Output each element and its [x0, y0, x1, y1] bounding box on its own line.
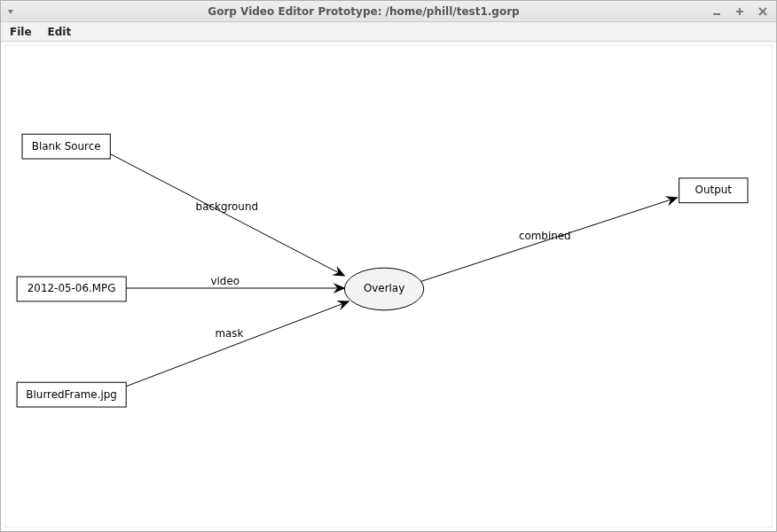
node-label: Overlay — [364, 282, 404, 294]
node-overlay[interactable]: Overlay — [344, 268, 423, 310]
edge-background[interactable]: background — [109, 153, 344, 276]
node-blurred[interactable]: BlurredFrame.jpg — [17, 382, 126, 407]
menu-edit[interactable]: Edit — [44, 24, 75, 40]
svg-line-8 — [118, 301, 349, 389]
edge-combined[interactable]: combined — [420, 198, 678, 282]
menu-file[interactable]: File — [6, 24, 35, 40]
menubar: File Edit — [1, 22, 776, 42]
edge-mask[interactable]: mask — [118, 301, 349, 389]
edge-label-background: background — [196, 200, 258, 213]
node-mpg-source[interactable]: 2012-05-06.MPG — [17, 277, 126, 301]
close-icon[interactable] — [758, 7, 767, 16]
node-blank-source[interactable]: Blank Source — [22, 134, 110, 159]
edge-label-mask: mask — [215, 327, 243, 340]
minimize-icon[interactable] — [712, 7, 721, 16]
app-window: Gorp Video Editor Prototype: /home/phill… — [0, 0, 777, 532]
svg-line-6 — [109, 153, 344, 276]
edge-label-video: video — [210, 275, 239, 287]
node-label: BlurredFrame.jpg — [26, 388, 117, 401]
node-label: 2012-05-06.MPG — [27, 282, 116, 294]
svg-rect-1 — [713, 13, 720, 15]
node-label: Blank Source — [32, 140, 101, 153]
graph-canvas[interactable]: background video mask combined Blank Sou… — [4, 45, 773, 528]
window-menu-icon[interactable] — [6, 7, 15, 16]
svg-marker-0 — [8, 10, 13, 14]
node-output[interactable]: Output — [679, 178, 748, 203]
edge-video[interactable]: video — [126, 275, 344, 288]
window-title: Gorp Video Editor Prototype: /home/phill… — [19, 5, 709, 18]
titlebar[interactable]: Gorp Video Editor Prototype: /home/phill… — [1, 1, 776, 22]
node-label: Output — [695, 184, 733, 196]
maximize-icon[interactable] — [735, 7, 744, 16]
edge-label-combined: combined — [519, 230, 571, 242]
